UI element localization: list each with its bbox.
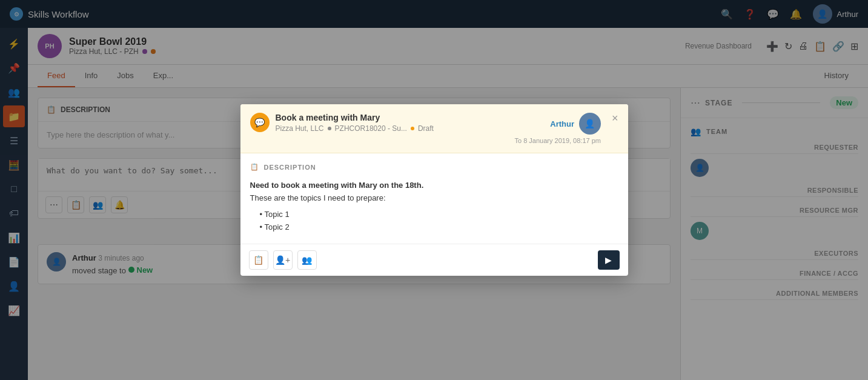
modal-close-btn[interactable]: × [612,113,618,124]
modal-desc-label: DESCRIPTION [264,164,316,171]
modal-add-follower-btn[interactable]: 👤+ [273,250,293,270]
modal-author: Arthur [550,119,574,128]
modal-body: 📋 DESCRIPTION Need to book a meeting wit… [240,153,628,243]
modal-topics: Topic 1 Topic 2 [260,208,618,234]
modal-date: To 8 January 2019, 08:17 pm [515,137,601,144]
modal-desc-btn[interactable]: 📋 [249,250,268,270]
modal-msg-icon: 💬 [250,113,270,132]
modal-subtitle: Pizza Hut, LLC PZHCOR18020 - Su... Draft [276,124,509,133]
modal-overlay[interactable]: 💬 Book a meeting with Mary Pizza Hut, LL… [0,0,868,380]
modal-desc-text: Need to book a meeting with Mary on the … [250,179,618,233]
topic-1: Topic 1 [260,208,618,221]
modal-body-heading: Need to book a meeting with Mary on the … [250,181,424,190]
modal-footer: 📋 👤+ 👥 ▶ [240,244,628,276]
modal-status: Draft [418,124,434,133]
modal-desc-header: 📋 DESCRIPTION [250,163,618,171]
modal-body-text: These are the topics I need to prepare: [250,193,386,202]
modal-send-btn[interactable]: ▶ [598,250,620,270]
modal-dot1 [328,127,331,130]
modal-followers-btn[interactable]: 👥 [297,250,317,270]
modal-avatar: 👤 [579,113,601,135]
modal-desc-icon: 📋 [250,163,259,171]
modal-meta: Arthur 👤 To 8 January 2019, 08:17 pm [515,113,601,144]
modal-dot2 [411,127,414,130]
modal-title: Book a meeting with Mary [276,113,509,122]
modal-record-id: PZHCOR18020 - Su... [335,124,407,133]
modal-company: Pizza Hut, LLC [276,124,324,133]
topic-2: Topic 2 [260,221,618,234]
modal: 💬 Book a meeting with Mary Pizza Hut, LL… [240,104,628,275]
modal-header: 💬 Book a meeting with Mary Pizza Hut, LL… [240,104,628,153]
modal-title-area: Book a meeting with Mary Pizza Hut, LLC … [276,113,509,133]
